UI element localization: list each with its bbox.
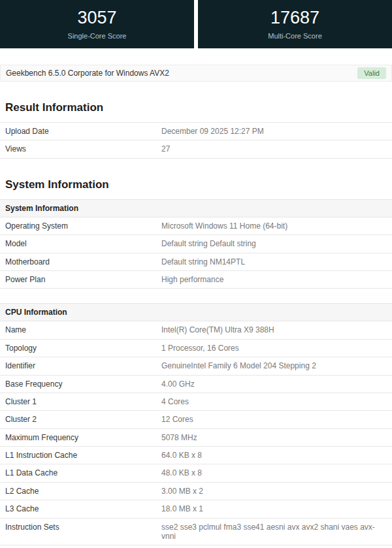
table-row: Upload DateDecember 09 2025 12:27 PM [0,123,392,140]
single-core-score-label: Single-Core Score [68,32,127,40]
table-row: NameIntel(R) Core(TM) Ultra X9 388H [0,321,392,339]
table-subheader: CPU Information [0,304,392,321]
row-value: 64.0 KB x 8 [161,447,392,464]
row-label: Motherboard [0,253,161,270]
result-sections: Result InformationUpload DateDecember 09… [0,101,392,548]
geekbench-result-page: 3057 Single-Core Score 17687 Multi-Core … [0,0,392,548]
single-core-score-card: 3057 Single-Core Score [0,0,194,48]
row-label: Power Plan [0,271,161,288]
row-label: L1 Data Cache [0,464,161,481]
row-value: GenuineIntel Family 6 Model 204 Stepping… [161,357,392,374]
table-row: MotherboardDefault string NM14PTL [0,253,392,271]
result-title: Geekbench 6.5.0 Corporate for Windows AV… [6,69,169,78]
row-value: sse2 sse3 pclmul fma3 sse41 aesni avx av… [161,519,392,545]
row-label: Operating System [0,218,161,234]
row-label: Cluster 2 [0,411,161,428]
table-row: L1 Data Cache48.0 KB x 8 [0,464,392,482]
row-label: Model [0,235,161,252]
row-value: Default string NM14PTL [161,253,392,270]
row-label: Views [0,140,161,157]
row-label: Identifier [0,357,161,374]
row-value: Microsoft Windows 11 Home (64-bit) [161,218,392,234]
row-value: Intel(R) Core(TM) Ultra X9 388H [161,321,392,338]
table-subheader: System Information [0,200,392,218]
table-row: L1 Instruction Cache64.0 KB x 8 [0,447,392,464]
row-label: L1 Instruction Cache [0,447,161,464]
table-row: Cluster 14 Cores [0,393,392,411]
multi-core-score-card: 17687 Multi-Core Score [198,0,392,48]
result-title-bar: Geekbench 6.5.0 Corporate for Windows AV… [0,65,392,82]
score-summary: 3057 Single-Core Score 17687 Multi-Core … [0,0,392,48]
row-value: 4.00 GHz [161,376,392,393]
row-label: Name [0,321,161,338]
row-label: Maximum Frequency [0,429,161,446]
table-row: ModelDefault string Default string [0,235,392,253]
multi-core-score-value: 17687 [270,8,319,28]
row-label: L3 Cache [0,500,161,517]
row-value: 3.00 MB x 2 [161,483,392,500]
table-row: Operating SystemMicrosoft Windows 11 Hom… [0,218,392,235]
table-row: Views27 [0,140,392,158]
row-value: 18.0 MB x 1 [161,500,392,517]
table-row: L2 Cache3.00 MB x 2 [0,483,392,500]
section-result-information: Result InformationUpload DateDecember 09… [0,101,392,159]
row-value: 12 Cores [161,411,392,428]
single-core-score-value: 3057 [77,8,116,28]
row-value: High performance [161,271,392,288]
row-value: December 09 2025 12:27 PM [161,123,392,140]
valid-badge: Valid [357,67,386,79]
table-row: Base Frequency4.00 GHz [0,376,392,393]
info-table: CPU InformationNameIntel(R) Core(TM) Ult… [0,303,392,545]
table-row: Topology1 Processor, 16 Cores [0,340,392,357]
row-value: 4 Cores [161,393,392,410]
section-system-information: System InformationSystem InformationOper… [0,178,392,548]
table-row: Instruction Setssse2 sse3 pclmul fma3 ss… [0,519,392,546]
row-value: 1 Processor, 16 Cores [161,340,392,357]
row-value: 5078 MHz [161,429,392,446]
row-value: 48.0 KB x 8 [161,464,392,481]
info-table: System InformationOperating SystemMicros… [0,199,392,289]
row-label: Base Frequency [0,376,161,393]
row-label: L2 Cache [0,483,161,500]
table-row: Maximum Frequency5078 MHz [0,429,392,447]
row-value: Default string Default string [161,235,392,252]
row-label: Upload Date [0,123,161,140]
row-label: Instruction Sets [0,519,161,545]
info-table: Upload DateDecember 09 2025 12:27 PMView… [0,122,392,159]
table-row: L3 Cache18.0 MB x 1 [0,500,392,518]
table-row: IdentifierGenuineIntel Family 6 Model 20… [0,357,392,375]
row-label: Topology [0,340,161,357]
section-title: Result Information [5,101,387,114]
table-row: Cluster 212 Cores [0,411,392,428]
row-label: Cluster 1 [0,393,161,410]
table-row: Power PlanHigh performance [0,271,392,289]
section-title: System Information [5,178,387,191]
row-value: 27 [161,140,392,157]
multi-core-score-label: Multi-Core Score [268,32,322,40]
